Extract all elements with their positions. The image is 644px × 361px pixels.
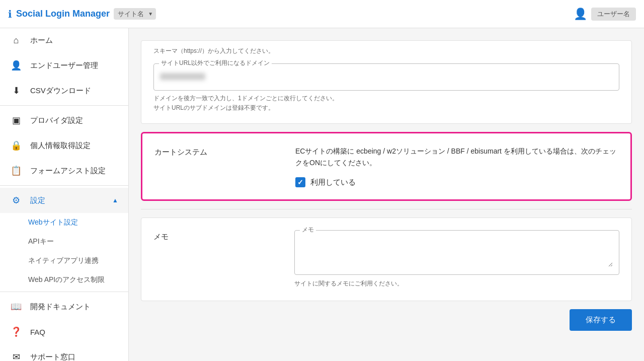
sidebar-label-provider-settings: プロバイダ設定 xyxy=(30,116,83,125)
settings-left: ⚙ 設定 xyxy=(10,195,45,206)
sidebar-item-support[interactable]: ✉ サポート窓口 xyxy=(0,344,128,361)
sidebar-divider-2 xyxy=(0,185,128,186)
cart-section-inner: カートシステム ECサイトの構築に ecbeing / w2ソリューション / … xyxy=(142,133,630,200)
sidebar-label-user-management: エンドユーザー管理 xyxy=(30,61,98,70)
memo-section-card: メモ メモ サイトに関するメモにご利用ください。 xyxy=(141,218,632,301)
sidebar-label-faq: FAQ xyxy=(30,328,45,336)
sidebar-item-user-management[interactable]: 👤 エンドユーザー管理 xyxy=(0,53,128,78)
sidebar-item-faq[interactable]: ❓ FAQ xyxy=(0,319,128,344)
logo-icon: ℹ xyxy=(8,8,12,20)
top-partial-card: スキーマ（https://）から入力してください。 サイトURL以外でご利用にな… xyxy=(141,40,632,124)
chevron-up-icon: ▲ xyxy=(112,197,118,204)
sidebar-label-support: サポート窓口 xyxy=(30,352,75,362)
cart-section-content: ECサイトの構築に ecbeing / w2ソリューション / BBF / eb… xyxy=(295,146,618,188)
sidebar-item-home[interactable]: ⌂ ホーム xyxy=(0,28,128,53)
header: ℹ Social Login Manager サイト名 ▼ 👤 ユーザー名 xyxy=(0,0,644,28)
site-selector-wrap: サイト名 ▼ xyxy=(114,8,156,20)
cart-section-label: カートシステム xyxy=(154,146,295,188)
sidebar-item-csv-download[interactable]: ⬇ CSVダウンロード xyxy=(0,78,128,103)
avatar-icon: 👤 xyxy=(574,8,587,21)
sidebar-item-dev-docs[interactable]: 📖 開発ドキュメント xyxy=(0,294,128,319)
header-left: ℹ Social Login Manager サイト名 ▼ xyxy=(8,8,156,20)
question-icon: ❓ xyxy=(10,326,22,337)
cart-checkbox-label: 利用している xyxy=(310,178,356,187)
save-button[interactable]: 保存する xyxy=(570,309,632,331)
cart-section-wrapper: カートシステム ECサイトの構築に ecbeing / w2ソリューション / … xyxy=(141,132,632,201)
top-partial-inner: スキーマ（https://）から入力してください。 サイトURL以外でご利用にな… xyxy=(141,41,631,123)
provider-icon: ▣ xyxy=(10,115,22,126)
user-name: ユーザー名 xyxy=(591,8,636,21)
sidebar-item-provider-settings[interactable]: ▣ プロバイダ設定 xyxy=(0,108,128,133)
domain-input-label: サイトURL以外でご利用になるドメイン xyxy=(159,59,272,67)
memo-section-label: メモ xyxy=(153,230,294,288)
app-title: Social Login Manager xyxy=(16,9,110,19)
cart-checkbox[interactable]: ✓ xyxy=(295,177,305,187)
sidebar-sub-item-api-key[interactable]: APIキー xyxy=(28,232,128,251)
user-icon: 👤 xyxy=(10,60,22,71)
memo-section-content: メモ サイトに関するメモにご利用ください。 xyxy=(294,230,619,288)
sidebar-sub-item-website-settings[interactable]: Webサイト設定 xyxy=(28,213,128,232)
domain-blurred-value xyxy=(160,70,613,84)
domain-hint: ドメインを後方一致で入力し、1ドメインごとに改行してください。 サイトURLのサ… xyxy=(153,94,619,113)
cart-description: ECサイトの構築に ecbeing / w2ソリューション / BBF / eb… xyxy=(295,146,618,170)
cart-checkbox-row: ✓ 利用している xyxy=(295,177,618,187)
save-bar: 保存する xyxy=(141,301,632,335)
memo-field-label: メモ xyxy=(300,226,316,234)
lock-icon: 🔒 xyxy=(10,140,22,151)
home-icon: ⌂ xyxy=(10,35,22,46)
sidebar-sub-settings: Webサイト設定 APIキー ネイティブアプリ連携 Web APIのアクセス制限 xyxy=(0,213,128,290)
sidebar-divider-3 xyxy=(0,292,128,292)
content-divider xyxy=(141,209,632,209)
memo-hint: サイトに関するメモにご利用ください。 xyxy=(294,279,619,288)
memo-textarea[interactable] xyxy=(301,237,613,267)
sidebar-sub-item-native-app[interactable]: ネイティブアプリ連携 xyxy=(28,251,128,270)
header-right: 👤 ユーザー名 xyxy=(574,8,636,21)
site-selector[interactable]: サイト名 xyxy=(114,8,156,20)
check-icon: ✓ xyxy=(297,178,303,186)
sidebar-label-home: ホーム xyxy=(30,36,53,45)
sidebar-label-form-assist: フォームアシスト設定 xyxy=(30,166,106,176)
sidebar-label-csv-download: CSVダウンロード xyxy=(30,86,91,96)
schema-hint: スキーマ（https://）から入力してください。 xyxy=(153,47,619,55)
domain-input-group: サイトURL以外でご利用になるドメイン xyxy=(153,63,619,91)
sidebar-item-privacy-settings[interactable]: 🔒 個人情報取得設定 xyxy=(0,133,128,158)
form-icon: 📋 xyxy=(10,165,22,176)
main-content: スキーマ（https://）から入力してください。 サイトURL以外でご利用にな… xyxy=(129,28,644,361)
sidebar-sub-item-web-api-limit[interactable]: Web APIのアクセス制限 xyxy=(28,270,128,290)
memo-textarea-group: メモ xyxy=(294,230,619,275)
sidebar-label-privacy-settings: 個人情報取得設定 xyxy=(30,141,91,151)
book-icon: 📖 xyxy=(10,301,22,312)
download-icon: ⬇ xyxy=(10,85,22,96)
sidebar-label-dev-docs: 開発ドキュメント xyxy=(30,302,91,312)
sidebar-item-settings[interactable]: ⚙ 設定 ▲ xyxy=(0,188,128,213)
mail-icon: ✉ xyxy=(10,351,22,361)
sidebar-item-form-assist[interactable]: 📋 フォームアシスト設定 xyxy=(0,158,128,183)
memo-section-row: メモ メモ サイトに関するメモにご利用ください。 xyxy=(141,218,631,301)
sidebar: ⌂ ホーム 👤 エンドユーザー管理 ⬇ CSVダウンロード ▣ プロバイダ設定 … xyxy=(0,28,129,361)
sidebar-label-settings: 設定 xyxy=(30,196,45,205)
sidebar-divider-1 xyxy=(0,105,128,106)
settings-icon: ⚙ xyxy=(10,195,22,206)
